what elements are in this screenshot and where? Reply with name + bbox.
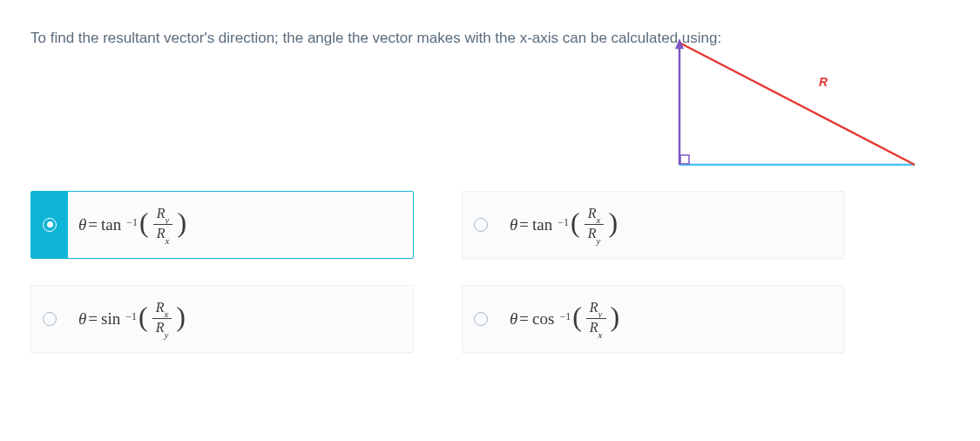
- radio-button-icon: [474, 312, 488, 326]
- radio-button-icon: [474, 218, 488, 232]
- fraction: Rx Ry: [152, 300, 172, 337]
- formula-d: θ = cos −1 ( Ry Rx ): [499, 286, 844, 352]
- option-c[interactable]: θ = sin −1 ( Rx Ry ): [30, 285, 414, 353]
- formula-c: θ = sin −1 ( Rx Ry ): [68, 286, 413, 352]
- open-paren: (: [571, 207, 580, 239]
- radio-cell-a: [31, 192, 68, 258]
- function-name: cos: [532, 309, 554, 329]
- option-a[interactable]: θ = tan −1 ( Ry Rx ): [30, 191, 414, 259]
- theta-symbol: θ: [78, 309, 86, 329]
- inverse-exponent: −1: [125, 310, 137, 323]
- vector-triangle-diagram: R: [662, 38, 932, 187]
- radio-cell-d: [463, 286, 499, 352]
- inverse-exponent: −1: [558, 216, 569, 229]
- formula-b: θ = tan −1 ( Rx Ry ): [499, 192, 844, 258]
- radio-dot: [47, 221, 53, 227]
- radio-cell-c: [31, 286, 68, 352]
- function-name: tan: [101, 215, 121, 234]
- close-paren: ): [177, 207, 186, 239]
- theta-symbol: θ: [78, 215, 86, 234]
- right-angle-marker: [680, 155, 689, 164]
- function-name: tan: [532, 215, 552, 234]
- open-paren: (: [139, 301, 148, 333]
- close-paren: ): [176, 301, 186, 333]
- content-area: R θ = tan −1 ( Ry Rx: [30, 69, 950, 435]
- inverse-exponent: −1: [559, 310, 571, 323]
- option-b[interactable]: θ = tan −1 ( Rx Ry ): [462, 191, 845, 259]
- function-name: sin: [101, 309, 120, 329]
- formula-a: θ = tan −1 ( Ry Rx ): [68, 192, 413, 258]
- close-paren: ): [608, 207, 618, 239]
- theta-symbol: θ: [510, 215, 517, 234]
- equals-sign: =: [519, 309, 529, 329]
- close-paren: ): [611, 301, 620, 333]
- equals-sign: =: [88, 309, 98, 329]
- open-paren: (: [572, 301, 582, 333]
- fraction: Ry Rx: [153, 206, 173, 243]
- radio-button-icon: [43, 312, 57, 326]
- open-paren: (: [139, 207, 149, 239]
- triangle-hypotenuse: [679, 43, 915, 165]
- inverse-exponent: −1: [126, 216, 138, 229]
- radio-cell-b: [463, 192, 499, 258]
- theta-symbol: θ: [510, 309, 517, 329]
- fraction: Rx Ry: [585, 206, 605, 243]
- options-grid: θ = tan −1 ( Ry Rx ): [30, 191, 845, 353]
- equals-sign: =: [88, 215, 98, 234]
- radio-button-icon: [43, 218, 57, 232]
- fraction: Ry Rx: [586, 300, 606, 337]
- option-d[interactable]: θ = cos −1 ( Ry Rx ): [462, 285, 845, 353]
- equals-sign: =: [519, 215, 529, 234]
- hypotenuse-label: R: [819, 75, 828, 89]
